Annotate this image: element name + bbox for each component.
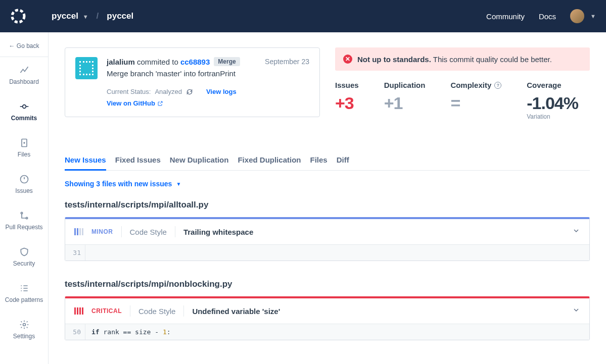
tab-diff[interactable]: Diff	[337, 150, 349, 170]
user-menu[interactable]: ▼	[570, 9, 596, 23]
separator	[121, 226, 122, 237]
help-icon[interactable]: ?	[494, 82, 501, 89]
external-link-icon	[157, 100, 163, 107]
sidebar-item-settings[interactable]: Settings	[0, 311, 48, 348]
metric-label: Coverage	[527, 81, 578, 89]
refresh-icon[interactable]	[186, 88, 193, 95]
chevron-down-icon	[572, 227, 580, 235]
app-logo	[10, 8, 26, 24]
commit-icon	[19, 101, 29, 112]
svg-point-3	[24, 142, 25, 143]
sidebar-item-label: Dashboard	[2, 78, 46, 85]
tab-files[interactable]: Files	[310, 150, 327, 170]
chevron-down-icon: ▼	[590, 13, 596, 19]
tab-new-duplication[interactable]: New Duplication	[170, 150, 229, 170]
issue-category: Code Style	[130, 228, 167, 236]
metric-sublabel: Variation	[527, 113, 578, 120]
svg-point-0	[12, 10, 24, 22]
community-link[interactable]: Community	[486, 12, 525, 21]
issues-icon	[19, 174, 29, 184]
separator	[183, 305, 184, 317]
svg-point-1	[22, 105, 26, 109]
expand-toggle[interactable]	[572, 306, 580, 316]
metric-value: -1.04%	[527, 93, 578, 113]
status-label: Current Status:	[107, 88, 151, 95]
breadcrumb: pyccel ▼ / pyccel	[52, 11, 133, 21]
sidebar-item-commits[interactable]: Commits	[0, 93, 48, 130]
expand-toggle[interactable]	[572, 227, 580, 237]
files-filter-dropdown[interactable]: Showing 3 files with new issues ▼	[65, 180, 590, 188]
global-header: pyccel ▼ / pyccel Community Docs ▼	[0, 0, 606, 32]
sidebar-item-patterns[interactable]: Code patterns	[0, 275, 48, 311]
alert-title: Not up to standards.	[357, 55, 431, 64]
issue-card: MINOR Code Style Trailing whitespace 31	[65, 217, 590, 261]
commit-date: September 23	[265, 58, 309, 66]
sidebar-item-label: Settings	[2, 333, 46, 340]
go-back-link[interactable]: ← Go back	[0, 37, 48, 57]
tab-fixed-issues[interactable]: Fixed Issues	[115, 150, 161, 170]
chart-icon	[19, 65, 29, 75]
sidebar-item-label: Issues	[2, 187, 46, 194]
view-logs-link[interactable]: View logs	[206, 88, 237, 95]
list-icon	[19, 283, 29, 293]
metric-label: Complexity ?	[450, 81, 501, 89]
severity-label: MINOR	[91, 228, 113, 235]
sidebar-item-security[interactable]: Security	[0, 239, 48, 275]
main-content: jalalium commited to cc68893 Merge Septe…	[49, 32, 606, 364]
code-snippet: 50 if rank == size - 1:	[65, 324, 589, 340]
issue-description: Undefined variable 'size'	[192, 307, 280, 316]
metric-duplication: Duplication +1	[384, 81, 426, 120]
error-icon: ✕	[343, 55, 352, 64]
sidebar-item-label: Security	[2, 260, 46, 267]
sidebar-item-prs[interactable]: Pull Requests	[0, 202, 48, 239]
issue-category: Code Style	[138, 307, 175, 316]
docs-link[interactable]: Docs	[539, 12, 556, 21]
metric-complexity: Complexity ? =	[450, 81, 501, 120]
sidebar-item-label: Pull Requests	[2, 224, 46, 231]
svg-point-5	[21, 212, 22, 214]
chevron-down-icon: ▼	[176, 181, 181, 187]
commit-author-avatar	[75, 57, 98, 79]
code-snippet: 31	[65, 244, 589, 261]
avatar	[570, 9, 584, 23]
org-dropdown[interactable]: pyccel ▼	[52, 11, 88, 21]
alert-body: This commit quality could be better.	[433, 55, 552, 64]
breadcrumb-separator: /	[97, 11, 99, 21]
sidebar-item-files[interactable]: Files	[0, 130, 48, 166]
chevron-down-icon	[572, 306, 580, 314]
file-path: tests/internal/scripts/mpi/nonblocking.p…	[65, 279, 590, 289]
sidebar-item-dashboard[interactable]: Dashboard	[0, 57, 48, 93]
metric-issues: Issues +3	[335, 81, 359, 120]
issue-description: Trailing whitespace	[183, 228, 253, 236]
commit-author: jalalium	[107, 58, 135, 66]
metric-label: Issues	[335, 81, 359, 89]
tab-new-issues[interactable]: New Issues	[65, 150, 106, 171]
repo-name[interactable]: pyccel	[107, 11, 133, 21]
commit-hash-link[interactable]: cc68893	[180, 58, 210, 66]
separator	[130, 305, 130, 317]
status-value: Analyzed	[155, 88, 181, 95]
commit-summary-card: jalalium commited to cc68893 Merge Septe…	[65, 47, 320, 117]
committed-to-text: commited to	[137, 58, 178, 66]
issue-card: CRITICAL Code Style Undefined variable '…	[65, 296, 590, 340]
shield-icon	[19, 247, 29, 257]
view-github-link[interactable]: View on GitHub	[107, 99, 163, 107]
merge-badge: Merge	[214, 57, 240, 66]
chevron-down-icon: ▼	[83, 14, 88, 20]
sidebar-item-label: Commits	[2, 115, 46, 122]
svg-point-6	[26, 217, 27, 219]
quality-alert-banner: ✕ Not up to standards. This commit quali…	[335, 47, 590, 71]
sidebar: ← Go back Dashboard Commits Files Issues…	[0, 32, 49, 364]
metric-label: Duplication	[384, 81, 426, 89]
file-path: tests/internal/scripts/mpi/alltoall.py	[65, 200, 590, 210]
line-number: 50	[65, 324, 85, 340]
tab-fixed-duplication[interactable]: Fixed Duplication	[238, 150, 301, 170]
sidebar-item-label: Files	[2, 151, 46, 158]
pr-icon	[19, 211, 29, 221]
file-icon	[19, 138, 29, 148]
sidebar-item-label: Code patterns	[2, 296, 46, 303]
metric-value: +1	[384, 93, 426, 113]
commit-message: Merge branch 'master' into fortranPrint	[107, 69, 309, 78]
metric-value: =	[450, 93, 501, 113]
sidebar-item-issues[interactable]: Issues	[0, 166, 48, 202]
